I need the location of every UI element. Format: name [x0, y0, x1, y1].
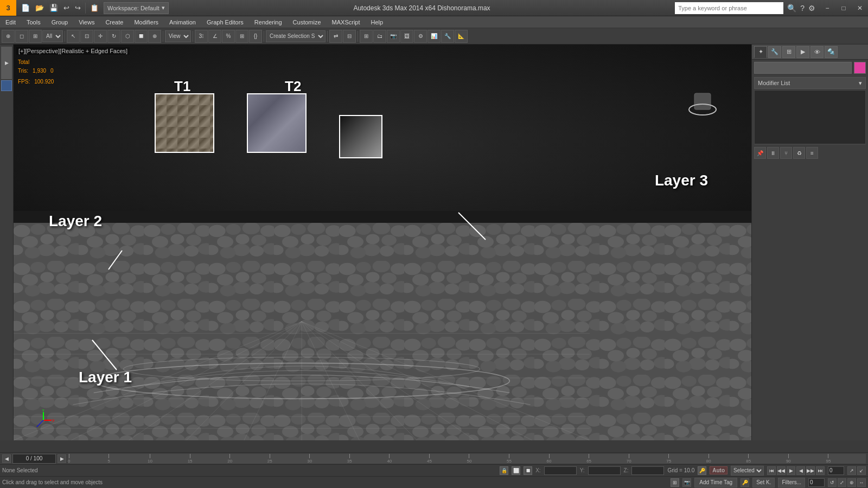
undo-button[interactable]: ↩ [61, 3, 72, 13]
timeline-prev-btn[interactable]: ◀ [2, 454, 11, 463]
anim-next-btn[interactable]: ▶▶ [806, 466, 815, 475]
set-k-button[interactable]: Set K. [752, 478, 775, 487]
rp-tab-modify[interactable]: 🔧 [768, 46, 781, 58]
texture-thumb-2[interactable] [247, 93, 307, 153]
absolute-mode-icon[interactable]: ⬜ [512, 466, 520, 475]
extra-btn-2[interactable]: ↙ [857, 466, 866, 475]
modifier-list-dropdown[interactable]: Modifier List ▾ [754, 77, 866, 89]
key-icon[interactable]: 🔑 [698, 466, 706, 475]
coord-x-input[interactable] [544, 466, 577, 475]
menu-maxscript[interactable]: MAXScript [327, 16, 366, 28]
coord-z-input[interactable] [631, 466, 664, 475]
view-select[interactable]: View [165, 30, 191, 42]
filter-select-btn[interactable]: ⊞ [29, 30, 42, 43]
angle-snap-btn[interactable]: ∠ [208, 30, 221, 43]
minimize-button[interactable]: − [819, 0, 835, 16]
redo-button[interactable]: ↪ [73, 3, 83, 13]
rp-recycle-btn[interactable]: ♻ [793, 147, 805, 159]
select-region-btn[interactable]: ◻ [15, 30, 28, 43]
snaps-icon[interactable]: 🔲 [524, 466, 532, 475]
anim-first-btn[interactable]: ⏮ [767, 466, 776, 475]
mini-viewport-btn[interactable]: ⊞ [671, 478, 679, 487]
open-button[interactable]: 📂 [33, 3, 46, 13]
help-icon[interactable]: ? [799, 3, 806, 14]
anim-prev-btn[interactable]: ◀◀ [777, 466, 786, 475]
layer-color-btn[interactable] [1, 80, 12, 91]
menu-edit[interactable]: Edit [0, 16, 21, 28]
nav-btn-2[interactable]: ⤢ [838, 478, 846, 487]
menu-tools[interactable]: Tools [21, 16, 46, 28]
layer-mgr-btn[interactable]: ⊞ [360, 30, 373, 43]
pivot-btn[interactable]: ⊕ [148, 30, 161, 43]
ref-coord-btn[interactable]: 🔲 [135, 30, 148, 43]
rp-pause-btn[interactable]: ⏸ [767, 147, 779, 159]
scene-explorer-btn[interactable]: 🗂 [373, 30, 386, 43]
left-sidebar-btn-1[interactable]: ▶ [1, 47, 12, 79]
filter-select[interactable]: All [42, 30, 63, 42]
add-time-tag-button[interactable]: Add Time Tag [694, 478, 737, 487]
color-swatch[interactable] [854, 62, 866, 74]
coord-y-input[interactable] [588, 466, 621, 475]
timeline-next-btn[interactable]: ▶ [58, 454, 66, 463]
maximize-button[interactable]: □ [835, 0, 852, 16]
camera-btn[interactable]: 📷 [682, 478, 691, 487]
nav-btn-1[interactable]: ↺ [828, 478, 837, 487]
menu-modifiers[interactable]: Modifiers [129, 16, 164, 28]
texture-thumb-1[interactable] [155, 93, 214, 153]
menu-create[interactable]: Create [100, 16, 129, 28]
extra3-btn[interactable]: 📐 [455, 30, 468, 43]
scale-btn[interactable]: ⬡ [121, 30, 134, 43]
percent-snap-btn[interactable]: % [222, 30, 235, 43]
select-btn[interactable]: ↖ [67, 30, 80, 43]
close-button[interactable]: ✕ [852, 0, 868, 16]
timeline-ruler[interactable]: 0510152025303540455055606570758085909510… [68, 454, 866, 464]
extra-btn-1[interactable]: ↗ [847, 466, 856, 475]
render-btn[interactable]: 📷 [387, 30, 400, 43]
named-selection-set[interactable]: Create Selection S [266, 30, 326, 42]
menu-help[interactable]: Help [366, 16, 389, 28]
menu-rendering[interactable]: Rendering [249, 16, 288, 28]
anim-play-rev-btn[interactable]: ◀ [796, 466, 805, 475]
select-mode-btn[interactable]: ⊕ [2, 30, 15, 43]
align-btn[interactable]: ⊟ [343, 30, 356, 43]
nav-btn-3[interactable]: ⊕ [847, 478, 856, 487]
quick-render-btn[interactable]: 🖼 [400, 30, 413, 43]
anim-last-btn[interactable]: ⏭ [816, 466, 825, 475]
frame-counter[interactable] [808, 478, 825, 487]
rp-stack-btn[interactable]: ≡ [806, 147, 818, 159]
filters-button[interactable]: Filters... [778, 478, 805, 487]
reference-button[interactable]: 📋 [88, 3, 101, 13]
rp-tab-utilities[interactable]: 🔩 [825, 46, 838, 58]
rp-tab-motion[interactable]: ▶ [796, 46, 809, 58]
rp-pin-btn[interactable]: 📌 [754, 147, 766, 159]
selected-dropdown[interactable]: Selected [731, 466, 764, 476]
extra2-btn[interactable]: 🔧 [441, 30, 454, 43]
render-setup-btn[interactable]: ⚙ [414, 30, 427, 43]
nav-btn-4[interactable]: ↔ [857, 478, 866, 487]
save-button[interactable]: 💾 [47, 3, 60, 13]
lock-icon[interactable]: 🔒 [500, 466, 508, 475]
viewport[interactable]: [+][Perspective][Realistic + Edged Faces… [14, 44, 751, 440]
settings-icon[interactable]: ⚙ [807, 3, 816, 14]
rp-fork-btn[interactable]: ⑂ [780, 147, 792, 159]
workspace-selector[interactable]: Workspace: Default ▾ [104, 2, 169, 14]
menu-group[interactable]: Group [46, 16, 74, 28]
snap-toggle-btn[interactable]: 3⃣ [195, 30, 208, 43]
anim-play-btn[interactable]: ▶ [787, 466, 795, 475]
texture-thumb-3[interactable] [339, 115, 382, 158]
new-button[interactable]: 📄 [19, 3, 32, 13]
search-icon[interactable]: 🔍 [786, 3, 797, 14]
menu-graph-editors[interactable]: Graph Editors [201, 16, 249, 28]
color-name-input[interactable] [754, 62, 852, 74]
spinner-snap-btn[interactable]: ⊞ [235, 30, 248, 43]
select-region-rect-btn[interactable]: ⊡ [80, 30, 93, 43]
menu-views[interactable]: Views [73, 16, 100, 28]
arc-snap-btn[interactable]: {} [249, 30, 262, 43]
move-btn[interactable]: ✛ [94, 30, 107, 43]
search-input[interactable] [675, 2, 783, 14]
rp-tab-display[interactable]: 👁 [810, 46, 824, 58]
mirror-btn[interactable]: ⇄ [329, 30, 342, 43]
key-lock-icon[interactable]: 🔑 [741, 478, 749, 487]
frame-input[interactable] [828, 466, 844, 475]
rotate-btn[interactable]: ↻ [107, 30, 120, 43]
